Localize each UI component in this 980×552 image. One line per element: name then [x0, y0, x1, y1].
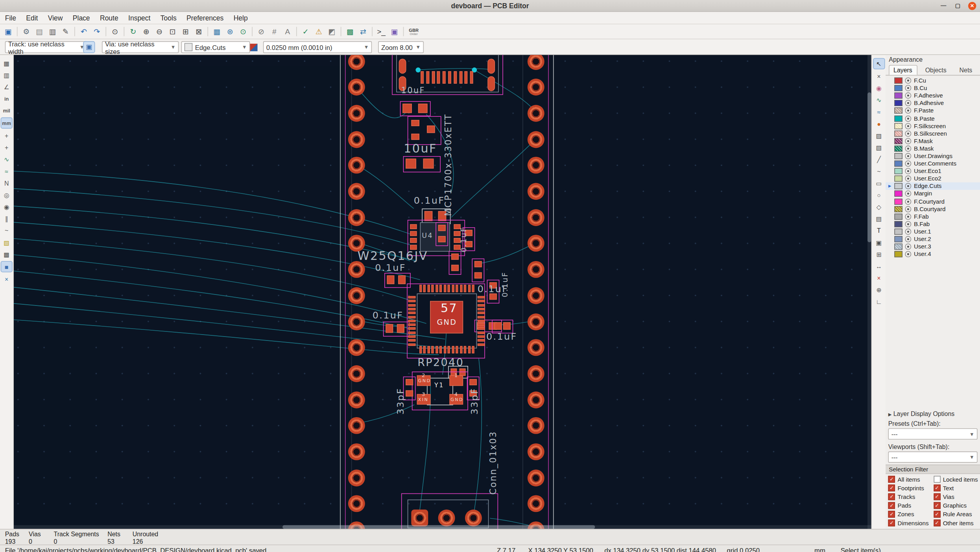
usb-shield-pad[interactable]: [487, 76, 495, 91]
layer-row-b.fab[interactable]: B.Fab: [886, 220, 980, 228]
layer-row-b.paste[interactable]: B.Paste: [886, 114, 980, 122]
layer-row-f.adhesive[interactable]: F.Adhesive: [886, 92, 980, 99]
layer-color-swatch[interactable]: [895, 130, 903, 136]
route-tracks-tool-icon[interactable]: ≈: [873, 107, 884, 117]
smd-pad[interactable]: [423, 346, 426, 353]
tab-objects[interactable]: Objects: [920, 65, 951, 75]
rectangle-tool-icon[interactable]: ▭: [873, 178, 884, 188]
smd-pad[interactable]: [452, 285, 454, 292]
layer-color-swatch[interactable]: [895, 206, 903, 212]
layer-contrast-toggle[interactable]: [247, 41, 259, 53]
usb-shield-pad[interactable]: [399, 59, 406, 74]
clearance-inspector-icon[interactable]: ◩: [326, 25, 338, 38]
smd-pad[interactable]: [465, 71, 468, 84]
board-edge-line[interactable]: [553, 55, 554, 529]
layer-row-b.courtyard[interactable]: B.Courtyard: [886, 205, 980, 213]
smd-pad[interactable]: [432, 285, 434, 292]
text-tool-icon[interactable]: T: [873, 225, 884, 235]
smd-pad[interactable]: [464, 346, 467, 353]
smd-pad[interactable]: [427, 125, 435, 133]
table-tool-icon[interactable]: ⊞: [873, 249, 884, 259]
smd-pad[interactable]: [478, 308, 485, 310]
visibility-eye-icon[interactable]: [905, 236, 912, 242]
zone-fill-mode-icon[interactable]: ■: [1, 261, 13, 272]
smd-pad[interactable]: [408, 312, 415, 314]
smd-pad[interactable]: [478, 328, 485, 330]
smd-pad[interactable]: [408, 320, 415, 322]
checkbox[interactable]: ✓: [888, 493, 895, 500]
layer-row-user.3[interactable]: User.3: [886, 243, 980, 250]
pcb-text-label[interactable]: 0.1uF: [478, 285, 509, 294]
pcb-text-label[interactable]: 33pF: [470, 388, 480, 415]
layer-color-swatch[interactable]: [895, 138, 903, 144]
layer-color-swatch[interactable]: [895, 100, 903, 107]
smd-pad[interactable]: [426, 71, 429, 84]
visibility-eye-icon[interactable]: [905, 221, 912, 227]
filter-zones[interactable]: ✓Zones: [888, 511, 934, 517]
gbr-order-icon[interactable]: GBROrder: [406, 25, 421, 38]
layer-color-swatch[interactable]: [895, 123, 903, 129]
smd-pad[interactable]: [464, 285, 467, 292]
smd-pad[interactable]: [410, 231, 417, 236]
smd-pad[interactable]: [402, 104, 412, 113]
pcb-text-label[interactable]: GND: [437, 318, 457, 326]
visibility-eye-icon[interactable]: [905, 244, 912, 250]
smd-pad[interactable]: [451, 265, 459, 271]
visibility-eye-icon[interactable]: [905, 138, 912, 144]
layer-row-user.drawings[interactable]: User.Drawings: [886, 152, 980, 160]
connector-pad-2[interactable]: [438, 510, 455, 526]
smd-pad[interactable]: [419, 285, 422, 292]
smd-pad[interactable]: [478, 331, 485, 334]
drc-check-icon[interactable]: ✓: [299, 25, 312, 38]
layer-color-swatch[interactable]: [895, 160, 903, 167]
polar-coordinates-icon[interactable]: ⊛: [224, 25, 236, 38]
smd-pad[interactable]: [478, 343, 485, 346]
close-button[interactable]: ✕: [968, 2, 976, 10]
smd-pad[interactable]: [444, 285, 446, 292]
smd-pad[interactable]: [432, 71, 435, 84]
visibility-eye-icon[interactable]: [905, 251, 912, 258]
smd-pad[interactable]: [437, 71, 440, 84]
update-pcb-icon[interactable]: ⇄: [357, 25, 369, 38]
smd-pad[interactable]: [478, 324, 485, 326]
visibility-eye-icon[interactable]: [905, 145, 912, 152]
scrollbar-thumb[interactable]: [867, 92, 871, 242]
smd-pad[interactable]: [478, 339, 485, 342]
pcb-text-label[interactable]: 0.1uF: [373, 311, 404, 320]
menu-preferences[interactable]: Preferences: [181, 12, 229, 24]
smd-pad[interactable]: [408, 296, 415, 298]
courtyard-line[interactable]: [548, 55, 549, 529]
layer-color-swatch[interactable]: [895, 244, 903, 250]
smd-pad[interactable]: [419, 346, 422, 353]
layer-color-swatch[interactable]: [895, 251, 903, 258]
snap-settings-icon[interactable]: #: [268, 25, 281, 38]
units-mils-icon[interactable]: mil: [1, 105, 12, 115]
filter-locked-items[interactable]: Locked items: [934, 476, 979, 482]
layer-select[interactable]: Edge.Cuts▼: [181, 41, 250, 53]
layer-color-swatch[interactable]: [895, 176, 903, 182]
smd-pad[interactable]: [408, 316, 415, 318]
circle-tool-icon[interactable]: ○: [873, 190, 884, 200]
smd-pad[interactable]: [478, 312, 485, 314]
visibility-eye-icon[interactable]: [905, 85, 912, 91]
smd-pad[interactable]: [408, 339, 415, 342]
filter-graphics[interactable]: ✓Graphics: [934, 502, 979, 509]
smd-pad[interactable]: [406, 158, 416, 168]
visibility-eye-icon[interactable]: [905, 213, 912, 220]
local-ratsnest-tool-icon[interactable]: ∿: [873, 95, 884, 105]
find-icon[interactable]: ⊙: [109, 25, 121, 38]
zoom-fit-icon[interactable]: ⊡: [166, 25, 179, 38]
smd-pad[interactable]: [478, 304, 485, 306]
smd-pad[interactable]: [408, 335, 415, 338]
smd-pad[interactable]: [436, 346, 438, 353]
pcb-text-label[interactable]: 0.1uF: [486, 332, 517, 342]
smd-pad[interactable]: [451, 254, 459, 260]
filter-other-items[interactable]: ✓Other items: [934, 519, 979, 526]
rule-area-tool-icon[interactable]: ▧: [873, 142, 884, 152]
show-grid-override-icon[interactable]: ▦: [210, 25, 223, 38]
ratsnest-curved-icon[interactable]: ≈: [1, 166, 12, 176]
highlight-mode-icon[interactable]: A: [281, 25, 294, 38]
layer-row-f.silkscreen[interactable]: F.Silkscreen: [886, 122, 980, 130]
pcb-canvas[interactable]: 10uF10uFMCP1700x-330xETT0.1uFU4W25Q16JV0…: [14, 55, 871, 529]
layer-row-f.paste[interactable]: F.Paste: [886, 107, 980, 114]
